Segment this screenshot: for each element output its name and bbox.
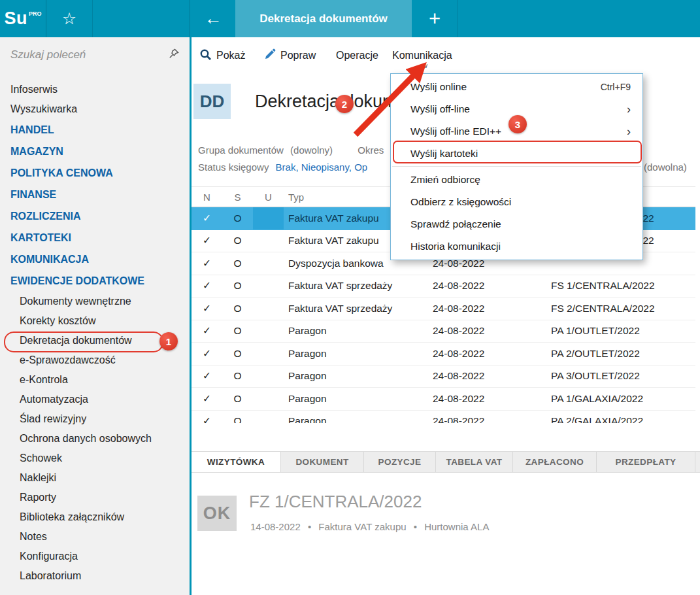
row-date: 24-08-2022: [431, 298, 549, 320]
row-u: [253, 366, 284, 388]
row-check-icon: ✓: [192, 252, 222, 275]
menu-separator: [392, 166, 641, 167]
table-row[interactable]: ✓ O Faktura VAT sprzedaży 24-08-2022 FS …: [192, 275, 695, 298]
search-icon: [199, 48, 212, 63]
show-button[interactable]: Pokaż: [199, 46, 245, 65]
col-header-u[interactable]: U: [253, 187, 284, 207]
show-label: Pokaż: [216, 50, 245, 61]
table-row[interactable]: ✓ O Paragon 24-08-2022 PA 2/GALAXIA/2022: [192, 411, 695, 424]
row-u: [253, 275, 284, 298]
filter-status-label: Status księgowy: [198, 162, 269, 173]
sidebar-item-e-kontrola[interactable]: e-Kontrola: [0, 370, 190, 390]
sidebar-item-wyszukiwarka[interactable]: Wyszukiwarka: [0, 99, 190, 119]
filter-period-label[interactable]: Okres: [358, 144, 384, 156]
table-row[interactable]: ✓ O Faktura VAT sprzedaży 24-08-2022 FS …: [192, 298, 695, 320]
plus-icon: +: [429, 7, 441, 31]
menu-item-wyslij-online[interactable]: Wyślij online Ctrl+F9: [391, 76, 642, 98]
shortcut-label: Ctrl+F9: [601, 82, 631, 92]
sidebar-item-komunikacja[interactable]: KOMUNIKACJA: [0, 248, 190, 270]
back-button[interactable]: ←: [190, 0, 236, 37]
sidebar-item-dekretacja-dokumentow[interactable]: Dekretacja dokumentów: [0, 331, 190, 350]
row-status: O: [222, 320, 253, 343]
tab-label: Dekretacja dokumentów: [259, 12, 388, 26]
topbar: Su PRO ☆ ← Dekretacja dokumentów +: [0, 0, 700, 37]
row-number: PA 1/GALAXIA/2022: [549, 388, 695, 410]
sidebar-item-magazyn[interactable]: MAGAZYN: [0, 141, 190, 162]
table-row[interactable]: ✓ O Paragon 24-08-2022 PA 1/OUTLET/2022: [192, 320, 695, 343]
tab-zaplacono[interactable]: ZAPŁACONO: [513, 452, 597, 472]
document-number: FZ 1/CENTRALA/2022: [249, 492, 422, 512]
detail-tabs: WIZYTÓWKA DOKUMENT POZYCJE TABELA VAT ZA…: [192, 451, 700, 473]
sidebar-item-polityka-cenowa[interactable]: POLITYKA CENOWA: [0, 162, 190, 184]
tab-wizytowka[interactable]: WIZYTÓWKA: [192, 452, 281, 472]
row-status: O: [222, 366, 253, 388]
row-type: Paragon: [284, 366, 431, 388]
sidebar-item-finanse[interactable]: FINANSE: [0, 184, 190, 205]
row-u: [253, 343, 284, 365]
tab-dekretacja-dokumentow[interactable]: Dekretacja dokumentów: [235, 0, 412, 37]
back-arrow-icon: ←: [205, 8, 222, 29]
sidebar-item-naklejki[interactable]: Naklejki: [0, 468, 190, 488]
row-check-icon: ✓: [192, 230, 222, 252]
bullet-icon: •: [414, 521, 417, 532]
menu-item-wyslij-offline-edi[interactable]: Wyślij off-line EDI++ ›: [391, 120, 642, 143]
filter-status-value[interactable]: Brak, Nieopisany, Op: [276, 162, 368, 173]
row-check-icon: ✓: [192, 275, 222, 298]
favorites-button[interactable]: ☆: [46, 0, 93, 37]
filter-right-value[interactable]: (dowolna): [644, 162, 687, 173]
tab-dokument[interactable]: DOKUMENT: [281, 452, 364, 472]
communication-menu-button[interactable]: Komunikacja: [392, 46, 452, 65]
sidebar-item-kartoteki[interactable]: KARTOTEKI: [0, 227, 190, 248]
row-type: Paragon: [284, 320, 431, 343]
sidebar-item-infoserwis[interactable]: Infoserwis: [0, 80, 190, 99]
menu-item-label: Wyślij kartoteki: [410, 148, 478, 160]
sidebar-item-automatyzacja[interactable]: Automatyzacja: [0, 390, 190, 409]
sidebar-item-notes[interactable]: Notes: [0, 527, 190, 547]
sidebar-item-handel[interactable]: HANDEL: [0, 119, 190, 141]
sidebar-item-korekty-kosztow[interactable]: Korekty kosztów: [0, 311, 190, 331]
new-tab-button[interactable]: +: [412, 0, 458, 37]
sidebar-item-rozliczenia[interactable]: ROZLICZENIA: [0, 205, 190, 227]
menu-item-wyslij-offline[interactable]: Wyślij off-line ›: [391, 98, 642, 120]
tab-przedplaty[interactable]: PRZEDPŁATY: [597, 452, 695, 472]
menu-item-historia-komunikacji[interactable]: Historia komunikacji: [391, 235, 642, 258]
menu-item-odbierz-z-ksiegowosci[interactable]: Odbierz z księgowości: [391, 191, 642, 213]
table-row[interactable]: ✓ O Paragon 24-08-2022 PA 2/OUTLET/2022: [192, 343, 695, 366]
command-search[interactable]: Szukaj poleceń: [0, 37, 190, 72]
tab-pozycje[interactable]: POZYCJE: [364, 452, 436, 472]
menu-item-wyslij-kartoteki[interactable]: Wyślij kartoteki: [391, 143, 642, 165]
col-header-n[interactable]: N: [192, 187, 222, 207]
filter-group-value[interactable]: (dowolny): [290, 144, 333, 156]
row-check-icon: ✓: [192, 298, 222, 320]
menu-item-sprawdz-polaczenie[interactable]: Sprawdź połączenie: [391, 213, 642, 235]
table-row[interactable]: ✓ O Paragon 24-08-2022 PA 1/GALAXIA/2022: [192, 388, 695, 411]
sidebar-item-ewidencje-dodatkowe[interactable]: EWIDENCJE DODATKOWE: [0, 270, 190, 292]
edit-button[interactable]: Popraw: [264, 46, 316, 65]
menu-item-label: Wyślij online: [410, 81, 467, 93]
search-placeholder: Szukaj poleceń: [10, 48, 86, 61]
sidebar-item-ochrona-danych[interactable]: Ochrona danych osobowych: [0, 429, 190, 449]
document-meta: 14-08-2022 • Faktura VAT zakupu • Hurtow…: [250, 521, 489, 532]
bullet-icon: •: [308, 521, 311, 532]
sidebar-item-biblioteka-zalacznikow[interactable]: Biblioteka załączników: [0, 507, 190, 527]
sidebar-item-slad-rewizyjny[interactable]: Ślad rewizyjny: [0, 409, 190, 429]
row-check-icon: ✓: [192, 343, 222, 365]
row-status: O: [222, 343, 253, 365]
filter-group[interactable]: Grupa dokumentów (dowolny) Okres: [198, 144, 384, 156]
filter-status[interactable]: Status księgowy Brak, Nieopisany, Op: [198, 162, 367, 173]
table-row[interactable]: ✓ O Paragon 24-08-2022 PA 3/OUTLET/2022: [192, 366, 695, 388]
sidebar-item-konfiguracja[interactable]: Konfiguracja: [0, 547, 190, 566]
menu-item-zmien-odbiorce[interactable]: Zmień odbiorcę: [391, 169, 642, 191]
tab-tabela-vat[interactable]: TABELA VAT: [436, 452, 513, 472]
app-logo[interactable]: Su PRO: [0, 0, 46, 37]
operations-menu-button[interactable]: Operacje: [336, 46, 378, 65]
pin-icon[interactable]: [169, 48, 179, 61]
col-header-s[interactable]: S: [222, 187, 253, 207]
sidebar-item-raporty[interactable]: Raporty: [0, 488, 190, 507]
sidebar-item-schowek[interactable]: Schowek: [0, 449, 190, 468]
sidebar-item-dokumenty-wewnetrzne[interactable]: Dokumenty wewnętrzne: [0, 292, 190, 311]
row-date: 24-08-2022: [431, 343, 549, 365]
sidebar-item-laboratorium[interactable]: Laboratorium: [0, 566, 190, 586]
row-u: [253, 230, 284, 252]
sidebar-item-e-sprawozdawczosc[interactable]: e-Sprawozdawczość: [0, 350, 190, 370]
